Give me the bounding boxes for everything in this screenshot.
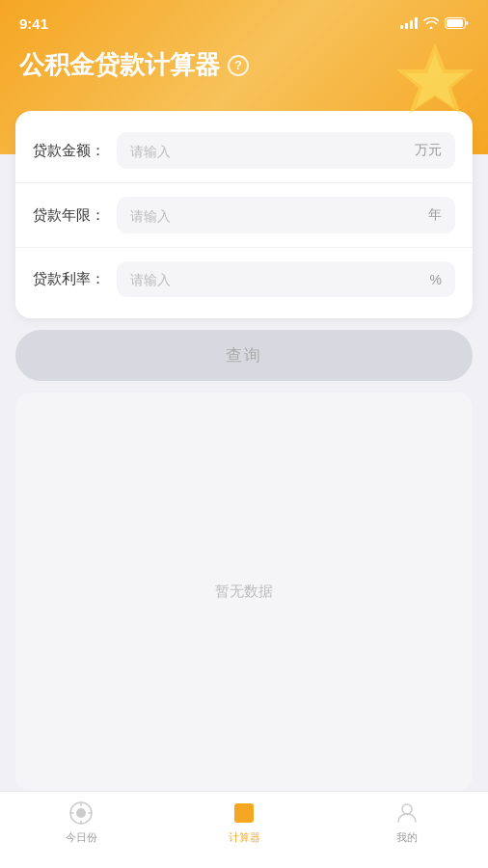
svg-rect-10: [247, 814, 251, 817]
loan-years-unit: 年: [428, 206, 442, 224]
form-card: 贷款金额： 万元 贷款年限： 年 贷款利率： %: [15, 111, 473, 318]
loan-amount-label: 贷款金额：: [33, 142, 105, 160]
loan-years-label: 贷款年限：: [33, 206, 105, 225]
svg-rect-8: [237, 814, 241, 817]
svg-rect-11: [237, 819, 241, 822]
tab-today[interactable]: 今日份: [0, 800, 163, 845]
no-data-text: 暂无数据: [215, 583, 273, 601]
status-icons: [400, 17, 469, 29]
today-icon: [68, 800, 95, 827]
status-bar: 9:41: [0, 0, 488, 42]
loan-amount-input[interactable]: [130, 143, 409, 159]
loan-rate-input-wrap: %: [117, 261, 455, 297]
svg-rect-3: [447, 19, 463, 27]
loan-years-input[interactable]: [130, 207, 422, 224]
tab-bar: 今日份 计算器: [0, 791, 488, 868]
battery-icon: [445, 17, 469, 29]
svg-rect-12: [242, 819, 246, 822]
query-button[interactable]: 查询: [15, 330, 473, 381]
signal-icon: [400, 17, 418, 29]
loan-rate-row: 贷款利率： %: [15, 248, 473, 311]
wifi-icon: [423, 17, 439, 29]
calculator-icon: [230, 800, 258, 827]
mine-icon: [393, 800, 420, 827]
tab-calculator[interactable]: 计算器: [163, 800, 326, 845]
tab-today-label: 今日份: [66, 830, 97, 845]
loan-rate-label: 贷款利率：: [33, 270, 105, 288]
svg-rect-7: [237, 806, 251, 811]
loan-years-input-wrap: 年: [117, 197, 455, 233]
loan-amount-input-wrap: 万元: [117, 132, 455, 169]
loan-rate-input[interactable]: [130, 271, 424, 287]
status-time: 9:41: [19, 15, 48, 32]
page: 9:41 公积金贷款计算器 ?: [0, 0, 488, 868]
result-card: 暂无数据: [15, 393, 473, 791]
tab-mine-label: 我的: [396, 830, 418, 845]
loan-rate-unit: %: [430, 272, 442, 287]
svg-point-14: [402, 804, 412, 814]
loan-amount-unit: 万元: [415, 142, 442, 159]
svg-rect-9: [242, 814, 246, 817]
loan-years-row: 贷款年限： 年: [15, 183, 473, 248]
tab-calculator-label: 计算器: [229, 830, 260, 845]
title-text: 公积金贷款计算器: [19, 48, 220, 82]
loan-amount-row: 贷款金额： 万元: [15, 119, 473, 183]
svg-rect-13: [247, 819, 251, 822]
tab-mine[interactable]: 我的: [325, 800, 488, 845]
svg-point-5: [76, 808, 86, 818]
star-decoration: [392, 39, 478, 125]
help-icon[interactable]: ?: [228, 55, 249, 76]
content-area: 贷款金额： 万元 贷款年限： 年 贷款利率： %: [0, 111, 488, 868]
